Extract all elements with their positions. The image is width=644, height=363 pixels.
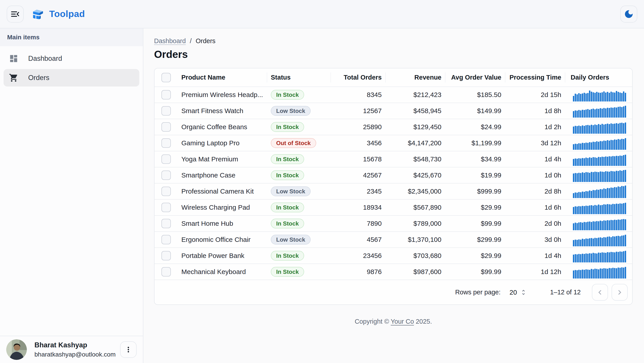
- row-checkbox[interactable]: [162, 106, 171, 116]
- next-page-button[interactable]: [612, 284, 628, 301]
- status-chip: In Stock: [271, 267, 304, 277]
- processing-time-cell: 2d 8h: [505, 184, 565, 199]
- row-checkbox[interactable]: [162, 187, 171, 196]
- row-checkbox[interactable]: [162, 203, 171, 212]
- sparkline-bar: [576, 126, 578, 134]
- account-panel: Bharat Kashyap bharatkashyap@outlook.com: [0, 336, 143, 363]
- sparkline-bar: [592, 172, 594, 182]
- sparkline-bar: [616, 204, 617, 214]
- status-cell: In Stock: [267, 216, 331, 231]
- col-header-daily-orders[interactable]: Daily Orders: [565, 68, 632, 86]
- previous-page-button[interactable]: [592, 284, 608, 301]
- sparkline-bar: [610, 123, 612, 134]
- sparkline-bar: [609, 172, 610, 182]
- table-row[interactable]: Mechanical Keyboard In Stock 9876 $987,6…: [154, 264, 632, 280]
- sidebar-item-orders[interactable]: Orders: [4, 69, 139, 86]
- daily-orders-cell: [565, 248, 632, 264]
- sparkline-bar: [578, 126, 580, 134]
- table-row[interactable]: Portable Power Bank In Stock 23456 $703,…: [154, 247, 632, 264]
- sparkline-bar: [578, 222, 580, 230]
- row-checkbox-cell: [154, 216, 178, 231]
- sparkline-bar: [591, 142, 592, 150]
- row-checkbox[interactable]: [162, 267, 171, 277]
- sparkline-bar: [623, 219, 624, 230]
- sparkline-bar: [582, 143, 583, 150]
- row-checkbox[interactable]: [162, 219, 171, 228]
- status-chip: In Stock: [271, 90, 304, 100]
- sidebar-item-dashboard[interactable]: Dashboard: [4, 50, 139, 67]
- col-header-product-name[interactable]: Product Name: [178, 68, 267, 86]
- table-row[interactable]: Smart Home Hub In Stock 7890 $789,000 $9…: [154, 215, 632, 231]
- total-orders-cell: 3456: [331, 135, 386, 151]
- rows-per-page-value[interactable]: 20: [510, 289, 517, 296]
- app-logo[interactable]: Toolpad: [32, 8, 85, 20]
- total-orders-cell: 23456: [331, 248, 386, 264]
- row-checkbox[interactable]: [162, 138, 171, 148]
- table-row[interactable]: Premium Wireless Headp... In Stock 8345 …: [154, 86, 632, 103]
- table-row[interactable]: Organic Coffee Beans In Stock 25890 $129…: [154, 119, 632, 135]
- sparkline-bar: [609, 237, 610, 246]
- rows-per-page-stepper[interactable]: [520, 289, 527, 296]
- sparkline-bar: [584, 206, 585, 214]
- sparkline-bar: [596, 205, 598, 214]
- pagination-bar: Rows per page: 20 1–12 of 12: [154, 280, 632, 305]
- sparkline-bar: [573, 96, 574, 101]
- sparkline-bar: [614, 268, 616, 279]
- table-body: Premium Wireless Headp... In Stock 8345 …: [154, 86, 632, 280]
- table-row[interactable]: Smartphone Case In Stock 42567 $425,670 …: [154, 167, 632, 183]
- revenue-cell: $212,423: [386, 87, 446, 103]
- sidebar-collapse-button[interactable]: [7, 5, 24, 22]
- sparkline-bar: [580, 270, 582, 279]
- select-all-checkbox[interactable]: [162, 73, 171, 82]
- row-checkbox[interactable]: [162, 171, 171, 180]
- table-row[interactable]: Ergonomic Office Chair Low Stock 4567 $1…: [154, 231, 632, 247]
- daily-orders-sparkline: [573, 266, 628, 279]
- sparkline-bar: [592, 125, 594, 134]
- row-checkbox[interactable]: [162, 235, 171, 244]
- col-header-revenue[interactable]: Revenue: [386, 68, 446, 86]
- status-cell: In Stock: [267, 151, 331, 167]
- sparkline-bar: [603, 253, 605, 262]
- table-row[interactable]: Professional Camera Kit Low Stock 2345 $…: [154, 183, 632, 199]
- sparkline-bar: [586, 93, 587, 101]
- sparkline-bar: [578, 110, 580, 118]
- breadcrumb-dashboard-link[interactable]: Dashboard: [154, 37, 186, 45]
- row-checkbox[interactable]: [162, 251, 171, 260]
- table-row[interactable]: Wireless Charging Pad In Stock 18934 $56…: [154, 199, 632, 215]
- sparkline-bar: [609, 268, 610, 279]
- col-header-status[interactable]: Status: [267, 68, 331, 86]
- row-checkbox-cell: [154, 184, 178, 199]
- company-link[interactable]: Your Co: [391, 318, 414, 325]
- sparkline-bar: [594, 205, 596, 214]
- sidebar: Main items DashboardOrders Bharat Kashya…: [0, 28, 143, 363]
- col-header-avg-order-value[interactable]: Avg Order Value: [446, 68, 505, 86]
- sparkline-bar: [618, 252, 619, 262]
- col-header-total-orders[interactable]: Total Orders: [331, 68, 386, 86]
- sparkline-bar: [575, 270, 576, 279]
- row-checkbox-cell: [154, 200, 178, 215]
- sparkline-bar: [621, 252, 622, 262]
- sparkline-bar: [582, 93, 583, 101]
- table-row[interactable]: Smart Fitness Watch Low Stock 12567 $458…: [154, 103, 632, 119]
- app-header: Toolpad: [0, 0, 644, 28]
- sparkline-bar: [603, 204, 605, 214]
- sparkline-bar: [576, 270, 578, 279]
- theme-toggle-button[interactable]: [620, 5, 637, 22]
- account-menu-button[interactable]: [120, 341, 137, 358]
- sparkline-bar: [603, 220, 605, 230]
- product-name-cell: Smartphone Case: [178, 167, 267, 183]
- sparkline-bar: [610, 205, 612, 214]
- sparkline-bar: [586, 222, 587, 230]
- table-row[interactable]: Yoga Mat Premium In Stock 15678 $548,730…: [154, 151, 632, 167]
- sparkline-bar: [586, 206, 587, 214]
- col-header-processing-time[interactable]: Processing Time: [505, 68, 565, 86]
- sparkline-bar: [621, 93, 622, 101]
- sparkline-bar: [584, 93, 585, 101]
- row-checkbox[interactable]: [162, 122, 171, 132]
- table-row[interactable]: Gaming Laptop Pro Out of Stock 3456 $4,1…: [154, 135, 632, 151]
- row-checkbox[interactable]: [162, 90, 171, 99]
- sidebar-item-label: Orders: [28, 74, 50, 82]
- sparkline-bar: [614, 139, 616, 150]
- row-checkbox[interactable]: [162, 154, 171, 164]
- sparkline-bar: [609, 141, 610, 150]
